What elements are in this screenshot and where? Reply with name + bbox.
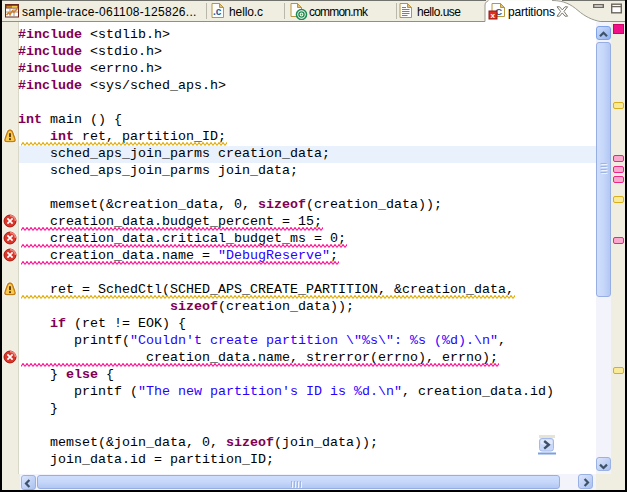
svg-text:.c: .c: [213, 6, 222, 17]
svg-text:x: x: [491, 11, 496, 20]
